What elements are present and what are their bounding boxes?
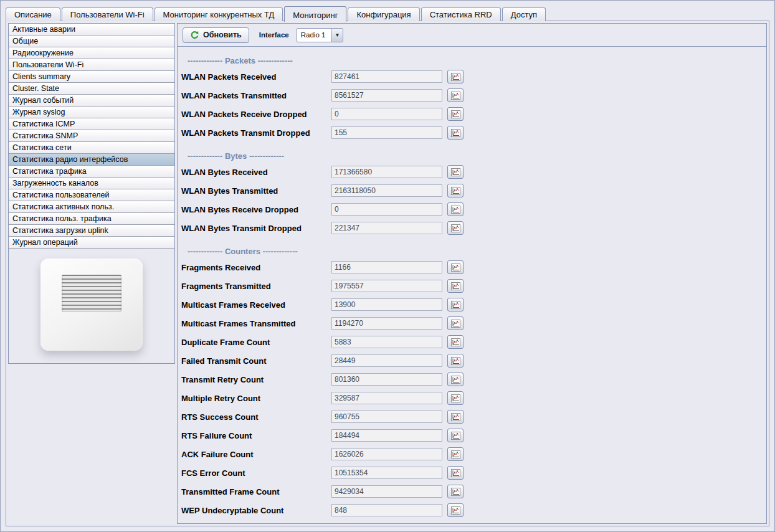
- stat-value-field[interactable]: [331, 89, 442, 102]
- sidebar-item-9[interactable]: Статистика SNMP: [9, 130, 174, 142]
- chart-button[interactable]: [447, 485, 464, 498]
- sidebar-list: Активные аварииОбщиеРадиоокружениеПользо…: [9, 24, 174, 249]
- chart-button[interactable]: [447, 316, 464, 330]
- stat-value-field[interactable]: [331, 298, 442, 311]
- stat-value-field[interactable]: [331, 317, 442, 330]
- stat-value-field[interactable]: [331, 448, 442, 460]
- sidebar-item-2[interactable]: Радиоокружение: [9, 47, 174, 59]
- sidebar-item-0[interactable]: Активные аварии: [9, 24, 174, 36]
- chart-icon: [451, 168, 460, 176]
- sidebar-item-8[interactable]: Статистика ICMP: [9, 118, 174, 130]
- sidebar-item-5[interactable]: Cluster. State: [9, 83, 174, 95]
- chart-icon: [451, 320, 460, 328]
- stats-panel: ------------- Packets -------------WLAN …: [178, 47, 766, 523]
- chart-icon: [451, 432, 460, 440]
- content-panel: Обновить Interface Radio 1 ▼ -----------…: [177, 23, 767, 524]
- stat-row: Fragments Received: [181, 258, 761, 277]
- stat-value-field[interactable]: [331, 108, 442, 120]
- toolbar: Обновить Interface Radio 1 ▼: [178, 24, 766, 47]
- stat-value-field[interactable]: [331, 485, 442, 498]
- chart-button[interactable]: [447, 184, 464, 197]
- stat-value-field[interactable]: [331, 467, 442, 479]
- stat-value-field[interactable]: [331, 429, 442, 442]
- chart-icon: [451, 110, 460, 118]
- tab-0[interactable]: Описание: [6, 7, 60, 21]
- stat-value-field[interactable]: [331, 411, 442, 423]
- sidebar-item-7[interactable]: Журнал syslog: [9, 107, 174, 118]
- tab-3-selected[interactable]: Мониторинг: [284, 6, 346, 22]
- stat-row: ACK Failure Count: [181, 445, 761, 463]
- chart-button[interactable]: [447, 107, 464, 121]
- sidebar-item-17[interactable]: Статистика загрузки uplink: [9, 225, 174, 237]
- sidebar-item-12[interactable]: Статистика трафика: [9, 166, 174, 178]
- sidebar-item-13[interactable]: Загруженность каналов: [9, 178, 174, 189]
- chart-button[interactable]: [447, 466, 464, 480]
- sidebar-item-14[interactable]: Статистика пользователей: [9, 189, 174, 201]
- chart-icon: [451, 376, 460, 384]
- section-title: ------------- Bytes -------------: [188, 151, 761, 161]
- chart-button[interactable]: [447, 221, 464, 235]
- sidebar-item-15[interactable]: Статистика активных польз.: [9, 201, 174, 213]
- stat-value-field[interactable]: [331, 261, 442, 273]
- sidebar-item-1[interactable]: Общие: [9, 36, 174, 47]
- chart-button[interactable]: [447, 410, 464, 424]
- stat-value-field[interactable]: [331, 184, 442, 197]
- stat-label: WLAN Packets Receive Dropped: [181, 110, 331, 119]
- stat-value-field[interactable]: [331, 222, 442, 234]
- chart-button[interactable]: [447, 447, 464, 461]
- stat-label: Failed Transmit Count: [181, 356, 331, 366]
- chart-button[interactable]: [447, 202, 464, 216]
- tab-6[interactable]: Доступ: [502, 7, 546, 21]
- sidebar-item-4[interactable]: Clients summary: [9, 71, 174, 83]
- stat-value-field[interactable]: [331, 392, 442, 404]
- stat-row: Failed Transmit Count: [181, 351, 761, 370]
- refresh-button[interactable]: Обновить: [183, 27, 249, 43]
- chart-button[interactable]: [447, 503, 464, 517]
- refresh-button-label: Обновить: [203, 31, 242, 39]
- tab-bar: ОписаниеПользователи Wi-FiМониторинг кон…: [6, 6, 769, 21]
- stat-value-field[interactable]: [331, 280, 442, 292]
- tab-4[interactable]: Конфигурация: [348, 7, 419, 21]
- stat-value-field[interactable]: [331, 336, 442, 348]
- tab-2[interactable]: Мониторинг конкурентных ТД: [155, 7, 283, 21]
- chart-button[interactable]: [447, 373, 464, 386]
- chart-button[interactable]: [447, 126, 464, 140]
- stat-row: RTS Success Count: [181, 407, 761, 426]
- chart-button[interactable]: [447, 335, 464, 349]
- application-window: ОписаниеПользователи Wi-FiМониторинг кон…: [0, 0, 775, 532]
- stat-value-field[interactable]: [331, 126, 442, 139]
- stat-row: RTS Failure Count: [181, 426, 761, 445]
- stat-row: Transmit Retry Count: [181, 370, 761, 389]
- chart-icon: [451, 92, 460, 100]
- chart-button[interactable]: [447, 279, 464, 293]
- stat-value-field[interactable]: [331, 504, 442, 516]
- stat-row: WLAN Packets Transmitted: [181, 86, 761, 105]
- stat-value-field[interactable]: [331, 70, 442, 83]
- chart-button[interactable]: [447, 429, 464, 442]
- stat-value-field[interactable]: [331, 354, 442, 367]
- interface-select[interactable]: Radio 1 ▼: [297, 28, 344, 42]
- stat-value-field[interactable]: [331, 166, 442, 178]
- sidebar-item-6[interactable]: Журнал событий: [9, 95, 174, 107]
- chevron-down-icon[interactable]: ▼: [331, 29, 343, 42]
- chart-button[interactable]: [447, 298, 464, 311]
- sidebar-item-11-selected[interactable]: Статистика радио интерфейсов: [9, 154, 174, 166]
- sidebar-item-16[interactable]: Статистика польз. трафика: [9, 213, 174, 225]
- stat-label: ACK Failure Count: [181, 450, 331, 459]
- chart-button[interactable]: [447, 165, 464, 179]
- stat-label: WEP Undecryptable Count: [181, 506, 331, 515]
- chart-button[interactable]: [447, 260, 464, 274]
- tab-1[interactable]: Пользователи Wi-Fi: [62, 7, 153, 21]
- chart-button[interactable]: [447, 70, 464, 83]
- sidebar-item-18[interactable]: Журнал операций: [9, 237, 174, 249]
- device-body: [40, 259, 143, 351]
- chart-button[interactable]: [447, 88, 464, 102]
- sidebar-item-3[interactable]: Пользователи Wi-Fi: [9, 59, 174, 71]
- sidebar-item-10[interactable]: Статистика сети: [9, 142, 174, 154]
- tab-5[interactable]: Статистика RRD: [421, 7, 501, 21]
- stat-value-field[interactable]: [331, 373, 442, 386]
- stat-row: WLAN Bytes Received: [181, 163, 761, 181]
- stat-value-field[interactable]: [331, 203, 442, 216]
- chart-button[interactable]: [447, 391, 464, 405]
- chart-button[interactable]: [447, 354, 464, 368]
